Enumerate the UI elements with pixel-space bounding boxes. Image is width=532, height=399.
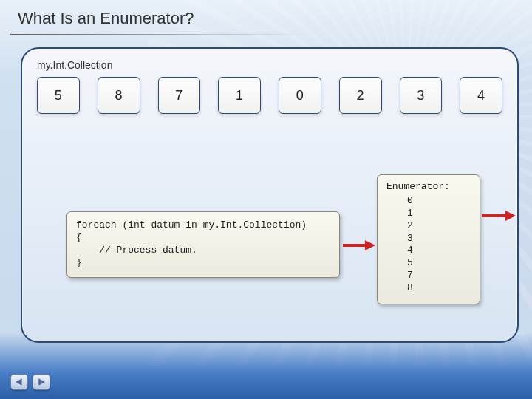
next-button[interactable] (33, 374, 50, 390)
cell-5: 2 (339, 77, 382, 114)
prev-button[interactable] (10, 374, 28, 390)
page-title: What Is an Enumerator? (0, 0, 532, 34)
triangle-left-icon (15, 378, 24, 386)
enum-val-6: 7 (386, 270, 471, 282)
svg-marker-0 (16, 378, 21, 386)
cell-3: 1 (218, 77, 261, 114)
enum-val-5: 5 (386, 257, 471, 270)
enumerator-box: Enumerator: 0 1 2 3 4 5 7 8 (377, 174, 480, 304)
enum-val-0: 0 (386, 195, 471, 208)
nav-controls (10, 374, 50, 390)
triangle-right-icon (37, 378, 46, 386)
collection-label: my.Int.Collection (37, 59, 505, 71)
cell-0: 5 (37, 77, 80, 114)
code-snippet: foreach (int datum in my.Int.Collection)… (66, 211, 340, 278)
cell-1: 8 (98, 77, 140, 114)
enum-val-3: 3 (386, 233, 471, 245)
main-panel: my.Int.Collection 5 8 7 1 0 2 3 4 foreac… (21, 47, 519, 343)
enum-val-7: 8 (386, 282, 471, 295)
cell-2: 7 (158, 77, 201, 114)
enum-val-1: 1 (386, 208, 471, 220)
enumerator-header: Enumerator: (386, 181, 471, 194)
svg-marker-1 (38, 378, 44, 386)
cell-4: 0 (279, 77, 321, 114)
cell-6: 3 (400, 77, 443, 114)
cell-7: 4 (460, 77, 502, 114)
enum-val-4: 4 (386, 245, 471, 257)
enum-val-2: 2 (386, 220, 471, 233)
collection-cells: 5 8 7 1 0 2 3 4 (34, 77, 505, 114)
